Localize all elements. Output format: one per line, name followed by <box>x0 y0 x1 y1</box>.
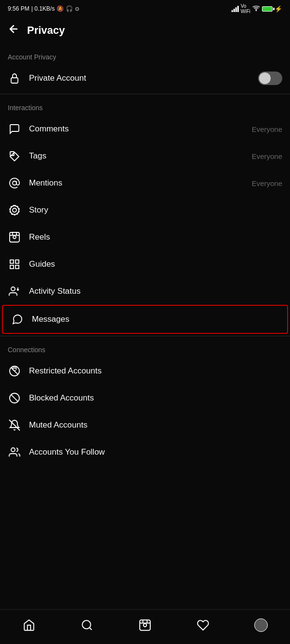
guides-icon <box>8 258 21 271</box>
reels-row[interactable]: Reels <box>0 224 290 251</box>
muted-accounts-label: Muted Accounts <box>29 420 282 430</box>
dnd-icon: ⊙ <box>75 6 79 12</box>
block-icon <box>8 391 21 405</box>
svg-line-23 <box>9 420 20 430</box>
vo-wifi-label: VoWiFi <box>241 3 250 14</box>
guides-row[interactable]: Guides <box>0 251 290 278</box>
svg-point-28 <box>144 623 147 627</box>
messenger-icon <box>11 313 24 326</box>
svg-point-7 <box>10 206 19 215</box>
svg-line-26 <box>89 628 92 630</box>
comments-label: Comments <box>29 124 244 134</box>
svg-point-25 <box>82 620 90 629</box>
messages-label: Messages <box>32 315 279 324</box>
mentions-value: Everyone <box>252 179 282 187</box>
private-account-toggle[interactable] <box>258 72 282 85</box>
svg-rect-15 <box>10 265 14 269</box>
settings-content: Account Privacy Private Account Interact… <box>0 45 290 504</box>
private-account-row[interactable]: Private Account <box>0 65 290 92</box>
nav-reels[interactable] <box>133 615 157 635</box>
story-icon <box>8 203 21 217</box>
svg-point-4 <box>13 208 16 212</box>
nav-home[interactable] <box>17 615 41 635</box>
divider-2 <box>0 336 290 336</box>
svg-point-0 <box>256 10 256 11</box>
svg-rect-16 <box>15 265 19 269</box>
mention-icon <box>8 176 21 190</box>
tags-row[interactable]: Tags Everyone <box>0 143 290 170</box>
restrict-icon <box>8 364 21 378</box>
accounts-you-follow-label: Accounts You Follow <box>29 447 282 457</box>
restricted-accounts-label: Restricted Accounts <box>29 366 282 376</box>
svg-line-19 <box>11 368 18 374</box>
signal-icon <box>232 5 239 12</box>
section-connections: Connections <box>0 338 290 358</box>
story-label: Story <box>29 205 282 215</box>
header: Privacy <box>0 17 290 45</box>
status-bar: 9:56 PM | 0.1KB/s 🔕 🎧 ⊙ VoWiFi ⚡ <box>0 0 290 17</box>
svg-rect-8 <box>10 232 19 242</box>
nav-likes[interactable] <box>191 615 215 635</box>
comment-icon <box>8 122 21 136</box>
story-row[interactable]: Story <box>0 197 290 224</box>
tags-label: Tags <box>29 151 244 161</box>
accounts-you-follow-row[interactable]: Accounts You Follow <box>0 439 290 466</box>
lock-icon <box>8 72 21 85</box>
reels-icon <box>8 230 21 244</box>
tags-value: Everyone <box>252 152 282 160</box>
tag-icon <box>8 149 21 163</box>
status-time: 9:56 PM <box>8 5 29 12</box>
private-account-label: Private Account <box>29 73 250 83</box>
section-interactions: Interactions <box>0 96 290 115</box>
messages-row[interactable]: Messages <box>2 305 288 334</box>
page-title: Privacy <box>27 24 65 37</box>
svg-point-9 <box>13 236 16 239</box>
wifi-icon <box>252 4 260 13</box>
back-button[interactable] <box>8 23 19 38</box>
nav-profile[interactable] <box>249 615 273 635</box>
svg-point-3 <box>13 181 16 185</box>
reels-label: Reels <box>29 232 282 242</box>
activity-status-label: Activity Status <box>29 286 282 296</box>
muted-accounts-row[interactable]: Muted Accounts <box>0 412 290 439</box>
comments-value: Everyone <box>252 125 282 133</box>
svg-line-22 <box>11 395 18 401</box>
profile-avatar <box>254 618 268 632</box>
mute-icon: 🔕 <box>57 5 64 12</box>
activity-icon <box>8 285 21 298</box>
toggle-knob <box>259 72 271 84</box>
status-right: VoWiFi ⚡ <box>232 3 282 14</box>
svg-rect-27 <box>140 620 150 630</box>
mute-account-icon <box>8 418 21 432</box>
svg-rect-14 <box>15 260 19 263</box>
guides-label: Guides <box>29 259 282 269</box>
svg-rect-13 <box>10 260 14 263</box>
section-account-privacy: Account Privacy <box>0 45 290 65</box>
activity-status-row[interactable]: Activity Status <box>0 278 290 305</box>
restricted-accounts-row[interactable]: Restricted Accounts <box>0 358 290 385</box>
mentions-label: Mentions <box>29 178 244 188</box>
blocked-accounts-row[interactable]: Blocked Accounts <box>0 385 290 412</box>
blocked-accounts-label: Blocked Accounts <box>29 393 282 403</box>
svg-point-17 <box>11 287 15 291</box>
battery-icon <box>262 6 273 12</box>
status-network: | 0.1KB/s <box>31 5 55 12</box>
charging-icon: ⚡ <box>275 5 282 13</box>
headphone-icon: 🎧 <box>66 5 73 12</box>
comments-row[interactable]: Comments Everyone <box>0 115 290 143</box>
follow-icon <box>8 445 21 459</box>
mentions-row[interactable]: Mentions Everyone <box>0 170 290 197</box>
status-left: 9:56 PM | 0.1KB/s 🔕 🎧 ⊙ <box>8 5 79 12</box>
svg-rect-1 <box>11 78 18 83</box>
nav-search[interactable] <box>75 615 99 635</box>
bottom-nav <box>0 609 290 644</box>
divider-1 <box>0 94 290 94</box>
svg-point-24 <box>11 448 15 452</box>
